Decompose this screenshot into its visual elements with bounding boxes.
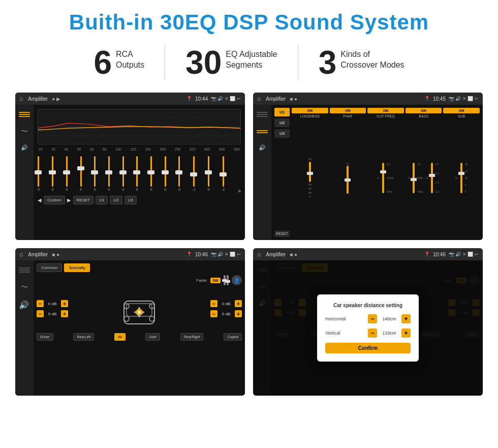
sidebar-cross-wave[interactable] — [257, 127, 268, 136]
modal-horizontal-plus[interactable]: + — [401, 314, 411, 323]
cross-u1-btn[interactable]: U1 — [274, 108, 290, 116]
modal-vertical-plus[interactable]: + — [401, 328, 411, 338]
fader-tabs: Common Specialty — [37, 263, 242, 272]
screen-fader: ⌂ Amplifier ■ ● 📍 10:46 📷 🔊 ✕ ⬜ ↩ 〜 🔊 — [15, 248, 245, 396]
vol-minus-fr[interactable]: − — [210, 300, 217, 307]
btn-all[interactable]: All — [114, 333, 126, 341]
loudness-on-btn[interactable]: ON — [292, 108, 328, 113]
eq-slider-2[interactable]: 0 — [66, 153, 68, 194]
vol-plus-fr[interactable]: + — [235, 300, 242, 307]
modal-confirm-btn[interactable]: Confirm — [325, 343, 411, 353]
bass-on-btn[interactable]: ON — [406, 108, 442, 113]
eq-custom-btn[interactable]: Custom — [44, 196, 65, 204]
modal-vertical-label: Vertical — [325, 331, 351, 336]
fader-on-btn[interactable]: ON — [210, 278, 221, 283]
sidebar-eq: 〜 🔊 — [15, 105, 34, 240]
topbar-rec-dot: ■ ● — [290, 96, 297, 102]
vol-plus-rr[interactable]: + — [235, 310, 242, 317]
sub-label: SUB — [458, 114, 465, 118]
fader-tab-specialty[interactable]: Specialty — [64, 263, 89, 272]
sidebar-fader-speaker[interactable]: 🔊 — [19, 300, 30, 309]
stat-label-crossover: Kinds ofCrossover Modes — [340, 46, 404, 71]
eq-slider-6[interactable]: 0 — [122, 153, 124, 194]
screen-content-fader: 〜 🔊 Common Specialty Fader ON — [15, 260, 245, 396]
eq-slider-3[interactable]: 5 — [80, 153, 82, 194]
btn-rearleft[interactable]: RearLeft — [73, 333, 94, 341]
eq-slider-7[interactable]: 0 — [136, 153, 138, 194]
eq-slider-5[interactable]: 0 — [108, 153, 110, 194]
eq-slider-8[interactable]: 0 — [150, 153, 152, 194]
fader-tab-common[interactable]: Common — [37, 263, 62, 272]
screen-distance: ⌂ Amplifier ■ ● 📍 10:46 📷 🔊 ✕ ⬜ ↩ 〜 🔊 — [253, 248, 483, 396]
topbar-nav-3: 📷 🔊 ✕ ⬜ ↩ — [211, 252, 241, 257]
topbar-icons-2: 📍 — [424, 96, 430, 101]
channel-phat: ON PHAT G — [330, 108, 366, 237]
eq-slider-1[interactable]: 0 — [52, 153, 54, 194]
sidebar-fader: 〜 🔊 — [15, 260, 34, 396]
eq-reset-btn[interactable]: RESET — [73, 196, 94, 204]
vol-plus-rl[interactable]: + — [61, 310, 68, 317]
topbar-fader: ⌂ Amplifier ■ ● 📍 10:46 📷 🔊 ✕ ⬜ ↩ — [15, 248, 245, 260]
vol-minus-rl[interactable]: − — [37, 310, 44, 317]
stats-row: 6 RCAOutputs 30 EQ AdjustableSegments 3 … — [15, 45, 483, 80]
channel-sub: ON SUB G 20 15 — [443, 108, 480, 237]
cross-reset-btn[interactable]: RESET — [274, 230, 290, 237]
sidebar-wave-icon[interactable]: 〜 — [21, 127, 28, 136]
phat-on-btn[interactable]: ON — [330, 108, 366, 113]
page-title: Buith-in 30EQ DSP Sound System — [15, 10, 483, 35]
eq-slider-0[interactable]: 0 — [38, 153, 40, 194]
modal-horizontal-label: Horizontal — [325, 316, 351, 321]
topbar-eq: ⌂ Amplifier ● ▶ 📍 10:44 📷 🔊 ✕ ⬜ ↩ — [15, 93, 245, 105]
sidebar-eq-icon[interactable] — [19, 110, 30, 119]
eq-slider-10[interactable]: 0 — [178, 153, 180, 194]
modal-vertical-val: 110cm — [379, 331, 399, 336]
eq-slider-13[interactable]: -1 — [222, 153, 225, 194]
sidebar-cross-eq[interactable] — [257, 110, 268, 119]
topbar-time-crossover: 10:45 — [433, 96, 446, 102]
topbar-distance: ⌂ Amplifier ■ ● 📍 10:46 📷 🔊 ✕ ⬜ ↩ — [253, 248, 483, 260]
btn-copilot[interactable]: Copilot — [224, 333, 242, 341]
eq-slider-9[interactable]: 0 — [164, 153, 166, 194]
eq-u1-btn[interactable]: U1 — [96, 196, 108, 204]
modal-horizontal-minus[interactable]: − — [368, 314, 377, 323]
vol-plus-fl[interactable]: + — [61, 300, 68, 307]
vol-minus-fl[interactable]: − — [37, 300, 44, 307]
sidebar-speaker-icon[interactable]: 🔊 — [21, 144, 28, 151]
topbar-title-distance: Amplifier — [266, 252, 286, 257]
eq-slider-11[interactable]: -1 — [193, 153, 196, 194]
eq-prev-btn[interactable]: ◀ — [38, 197, 42, 203]
modal-horizontal-ctrl: − 140cm + — [368, 314, 411, 323]
cutfreq-label: CUT FREQ — [377, 114, 395, 118]
sidebar-fader-eq[interactable] — [19, 265, 30, 275]
sidebar-cross-speaker[interactable]: 🔊 — [259, 144, 266, 151]
btn-rearright[interactable]: RearRight — [180, 333, 204, 341]
svg-point-9 — [149, 316, 154, 321]
sub-on-btn[interactable]: ON — [443, 108, 480, 113]
svg-point-8 — [124, 316, 129, 321]
eq-slider-12[interactable]: 0 — [208, 153, 210, 194]
sidebar-fader-wave[interactable]: 〜 — [21, 283, 28, 292]
btn-user[interactable]: User — [145, 333, 160, 341]
cross-u2-btn[interactable]: U2 — [274, 118, 290, 127]
stat-number-rca: 6 — [94, 46, 112, 79]
eq-arrow-more[interactable]: » — [238, 188, 241, 194]
eq-slider-4[interactable]: 0 — [94, 153, 96, 194]
eq-u2-btn[interactable]: U2 — [110, 196, 122, 204]
cross-u3-btn[interactable]: U3 — [274, 129, 290, 138]
eq-graph — [38, 109, 241, 144]
eq-u3-btn[interactable]: U3 — [124, 196, 137, 204]
svg-marker-12 — [138, 307, 141, 309]
sidebar-crossover: 🔊 — [253, 105, 271, 240]
screen-content-distance: 〜 🔊 Common Specialty Fader ON — [253, 260, 483, 396]
topbar-dots-eq: ● ▶ — [52, 96, 60, 102]
cutfreq-on-btn[interactable]: ON — [367, 108, 404, 113]
crossover-u-btns: U1 U2 U3 RESET — [274, 108, 290, 237]
phat-label: PHAT — [343, 114, 352, 118]
fader-panel: Common Specialty Fader ON — [34, 260, 245, 396]
eq-next-btn[interactable]: ▶ — [67, 197, 71, 203]
modal-vertical-minus[interactable]: − — [368, 328, 377, 338]
topbar-title-crossover: Amplifier — [266, 96, 286, 102]
loudness-label: LOUDNESS — [300, 114, 320, 118]
btn-driver[interactable]: Driver — [37, 333, 53, 341]
vol-minus-rr[interactable]: − — [210, 310, 217, 317]
